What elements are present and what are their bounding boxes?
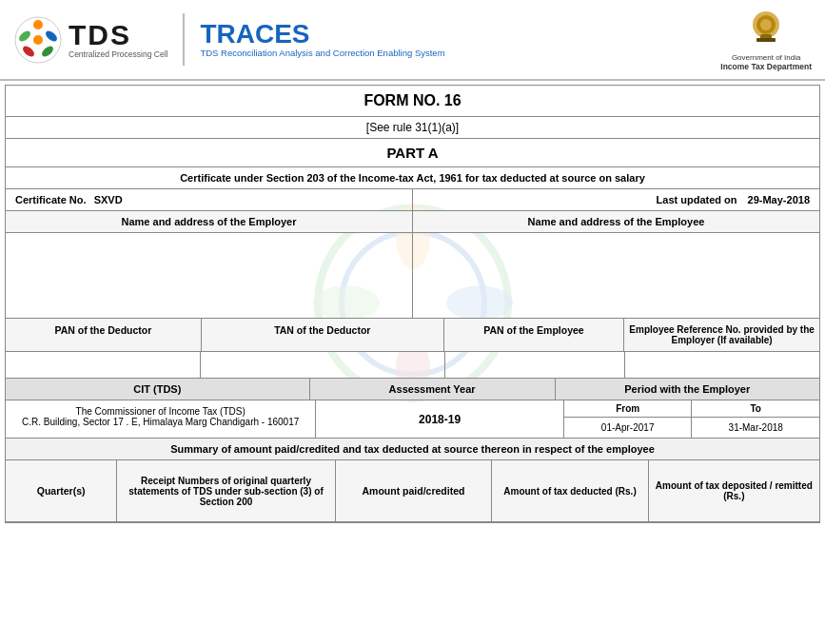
svg-point-1 — [33, 20, 43, 29]
cert-number-row: Certificate No. SXVD Last updated on 29-… — [6, 189, 819, 211]
last-updated-label: Last updated on — [657, 194, 737, 205]
th-tax-deposited: Amount of tax deposited / remitted (Rs.) — [649, 460, 819, 521]
emp-ref-header: Employee Reference No. provided by the E… — [624, 319, 819, 351]
table-header-row: Quarter(s) Receipt Numbers of original q… — [6, 460, 819, 522]
from-label: From — [564, 400, 693, 417]
traces-title: TRACES — [200, 21, 444, 48]
pan-tan-header-row: PAN of the Deductor TAN of the Deductor … — [6, 319, 819, 352]
period-value: From To 01-Apr-2017 31-Mar-2018 — [564, 400, 819, 438]
cit-value: The Commissioner of Income Tax (TDS) C.R… — [6, 400, 316, 438]
cert-no-label: Certificate No. — [15, 194, 87, 205]
cert-no-cell: Certificate No. SXVD — [6, 189, 413, 210]
page-header: TDS Centralized Processing Cell TRACES T… — [0, 0, 825, 81]
tds-name: TDS — [69, 21, 167, 49]
employer-header: Name and address of the Employer — [6, 211, 413, 232]
last-updated-value: 29-May-2018 — [748, 194, 810, 205]
cert-no-value: SXVD — [94, 194, 123, 205]
to-value: 31-Mar-2018 — [692, 418, 819, 438]
header-left: TDS Centralized Processing Cell TRACES T… — [13, 13, 445, 66]
traces-subtitle: TDS Reconciliation Analysis and Correcti… — [200, 48, 444, 58]
cit-line2: C.R. Building, Sector 17 . E, Himalaya M… — [13, 417, 307, 427]
govt-line1: Government of India — [732, 53, 800, 62]
svg-point-9 — [760, 19, 772, 30]
pan-deductor-header: PAN of the Deductor — [6, 319, 202, 351]
pan-employee-header: PAN of the Employee — [444, 319, 624, 351]
form-body: FORM NO. 16 [See rule 31(1)(a)] PART A C… — [5, 85, 820, 523]
th-amount-paid: Amount paid/credited — [336, 460, 493, 521]
ay-header: Assessment Year — [310, 379, 556, 400]
cit-header-row: CIT (TDS) Assessment Year Period with th… — [6, 379, 819, 400]
from-to-values: 01-Apr-2017 31-Mar-2018 — [564, 418, 819, 438]
svg-point-6 — [33, 35, 43, 45]
cit-header: CIT (TDS) — [6, 379, 310, 400]
employee-header: Name and address of the Employee — [413, 211, 819, 232]
to-label: To — [692, 400, 819, 417]
tds-logo-svg — [13, 15, 63, 65]
th-tax-deducted: Amount of tax deducted (Rs.) — [492, 460, 649, 521]
pan-deductor-value — [6, 352, 201, 378]
traces-brand: TRACES TDS Reconciliation Analysis and C… — [200, 21, 444, 58]
cit-line1: The Commissioner of Income Tax (TDS) — [13, 406, 307, 417]
tds-brand-text: TDS Centralized Processing Cell — [69, 21, 167, 59]
cert-description: Certificate under Section 203 of the Inc… — [6, 167, 819, 189]
cpc-label: Centralized Processing Cell — [69, 49, 167, 59]
pan-tan-values-row — [6, 352, 819, 379]
from-value: 01-Apr-2017 — [564, 418, 693, 438]
form-title: FORM NO. 16 — [6, 86, 819, 117]
tds-logo: TDS Centralized Processing Cell — [13, 15, 167, 65]
th-quarter: Quarter(s) — [6, 460, 117, 521]
name-address-header-row: Name and address of the Employer Name an… — [6, 211, 819, 233]
income-tax-dept: Income Tax Department — [720, 62, 812, 71]
part-a: PART A — [6, 139, 819, 167]
ay-value: 2018-19 — [316, 400, 564, 438]
summary-row: Summary of amount paid/credited and tax … — [6, 439, 819, 460]
from-to-labels: From To — [564, 400, 819, 418]
last-updated-cell: Last updated on 29-May-2018 — [413, 189, 819, 210]
period-header: Period with the Employer — [556, 379, 819, 400]
employer-address-content — [6, 233, 413, 318]
th-receipt: Receipt Numbers of original quarterly st… — [117, 460, 336, 521]
name-address-content-row — [6, 233, 819, 319]
header-right: Government of India Income Tax Departmen… — [720, 8, 812, 71]
svg-rect-11 — [756, 38, 776, 42]
cit-values-row: The Commissioner of Income Tax (TDS) C.R… — [6, 400, 819, 439]
tan-deductor-value — [201, 352, 445, 378]
header-divider — [183, 13, 185, 66]
employee-address-content — [413, 233, 819, 318]
pan-employee-value — [445, 352, 624, 378]
tan-deductor-header: TAN of the Deductor — [202, 319, 444, 351]
form-rule: [See rule 31(1)(a)] — [6, 117, 819, 139]
emp-ref-value — [625, 352, 819, 378]
emblem-svg — [743, 8, 789, 53]
